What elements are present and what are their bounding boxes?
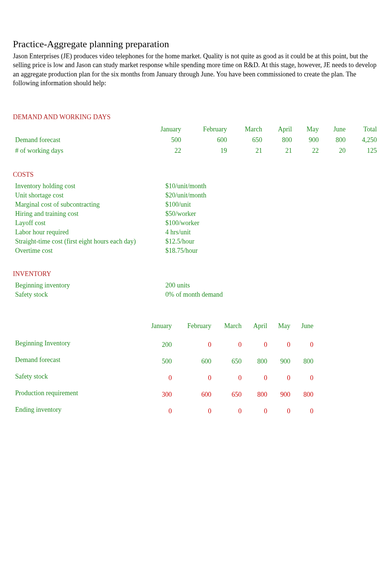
cost-value: 4 hrs/unit: [163, 228, 379, 237]
cell: 0: [244, 403, 269, 420]
row-label: Beginning Inventory: [13, 337, 139, 353]
plan-table: January February March April May June Be…: [13, 318, 316, 420]
section-inventory-header: INVENTORY: [13, 270, 379, 278]
cell: 300: [139, 386, 174, 403]
costs-table: Inventory holding cost$10/unit/month Uni…: [13, 182, 379, 255]
cell: 800: [321, 135, 348, 145]
cell: 600: [174, 353, 213, 370]
cost-value: $20/unit/month: [163, 191, 379, 200]
cost-value: $10/unit/month: [163, 182, 379, 191]
cell: 650: [213, 353, 244, 370]
row-label: Production requirement: [13, 386, 139, 403]
cell: 21: [264, 145, 294, 156]
cell: 900: [269, 386, 293, 403]
col-june: June: [321, 124, 348, 135]
cost-label: Layoff cost: [13, 218, 163, 228]
col-april: April: [244, 318, 269, 337]
cell: 900: [269, 353, 293, 370]
inventory-label: Beginning inventory: [13, 281, 163, 290]
cell: 800: [292, 353, 316, 370]
col-june: June: [292, 318, 316, 337]
cell: 0: [174, 403, 213, 420]
cost-label: Overtime cost: [13, 246, 163, 255]
cell: 0: [139, 370, 174, 386]
demand-working-days-table: January February March April May June To…: [13, 124, 379, 156]
cost-label: Inventory holding cost: [13, 182, 163, 191]
cell: 0: [292, 370, 316, 386]
cell: 22: [143, 145, 183, 156]
cell: 800: [244, 353, 269, 370]
col-february: February: [183, 124, 229, 135]
cell: 0: [213, 337, 244, 353]
cost-value: $100/worker: [163, 218, 379, 228]
cost-value: $100/unit: [163, 200, 379, 209]
cell: 0: [269, 370, 293, 386]
col-total: Total: [348, 124, 379, 135]
inventory-value: 200 units: [163, 281, 379, 290]
col-may: May: [294, 124, 321, 135]
cell: 4,250: [348, 135, 379, 145]
cell: 500: [143, 135, 183, 145]
row-label: Demand forecast: [13, 135, 143, 145]
cell: 0: [269, 403, 293, 420]
inventory-table: Beginning inventory200 units Safety stoc…: [13, 281, 379, 299]
row-label: Safety stock: [13, 370, 139, 386]
cell: 0: [139, 403, 174, 420]
col-february: February: [174, 318, 213, 337]
cell: 0: [269, 337, 293, 353]
cell: 0: [244, 337, 269, 353]
cost-value: $18.75/hour: [163, 246, 379, 255]
inventory-value: 0% of month demand: [163, 290, 379, 299]
col-march: March: [229, 124, 264, 135]
cell: 800: [264, 135, 294, 145]
cell: 20: [321, 145, 348, 156]
cell: 22: [294, 145, 321, 156]
row-label: Demand forecast: [13, 353, 139, 370]
cell: 0: [292, 403, 316, 420]
cost-value: $12.5/hour: [163, 237, 379, 246]
row-label: Ending inventory: [13, 403, 139, 420]
cell: 500: [139, 353, 174, 370]
cell: 650: [213, 386, 244, 403]
cell: 0: [213, 370, 244, 386]
col-january: January: [139, 318, 174, 337]
section-demand-header: DEMAND AND WORKING DAYS: [13, 113, 379, 121]
cost-label: Straight-time cost (first eight hours ea…: [13, 237, 163, 246]
col-may: May: [269, 318, 293, 337]
cell: 0: [292, 337, 316, 353]
cell: 650: [229, 135, 264, 145]
col-march: March: [213, 318, 244, 337]
cell: 0: [213, 403, 244, 420]
intro-paragraph: Jason Enterprises (JE) produces video te…: [13, 52, 379, 87]
cost-value: $50/worker: [163, 209, 379, 218]
inventory-label: Safety stock: [13, 290, 163, 299]
row-label: # of working days: [13, 145, 143, 156]
cell: 800: [292, 386, 316, 403]
cell: 21: [229, 145, 264, 156]
cell: 600: [183, 135, 229, 145]
cost-label: Marginal cost of subcontracting: [13, 200, 163, 209]
cell: 125: [348, 145, 379, 156]
cell: 0: [174, 337, 213, 353]
page-title: Practice-Aggregate planning preparation: [13, 39, 379, 50]
cell: 900: [294, 135, 321, 145]
cost-label: Labor hour required: [13, 228, 163, 237]
cell: 600: [174, 386, 213, 403]
cost-label: Hiring and training cost: [13, 209, 163, 218]
col-april: April: [264, 124, 294, 135]
cell: 200: [139, 337, 174, 353]
cell: 0: [174, 370, 213, 386]
cell: 19: [183, 145, 229, 156]
section-costs-header: COSTS: [13, 171, 379, 179]
col-january: January: [143, 124, 183, 135]
cost-label: Unit shortage cost: [13, 191, 163, 200]
cell: 0: [244, 370, 269, 386]
cell: 800: [244, 386, 269, 403]
